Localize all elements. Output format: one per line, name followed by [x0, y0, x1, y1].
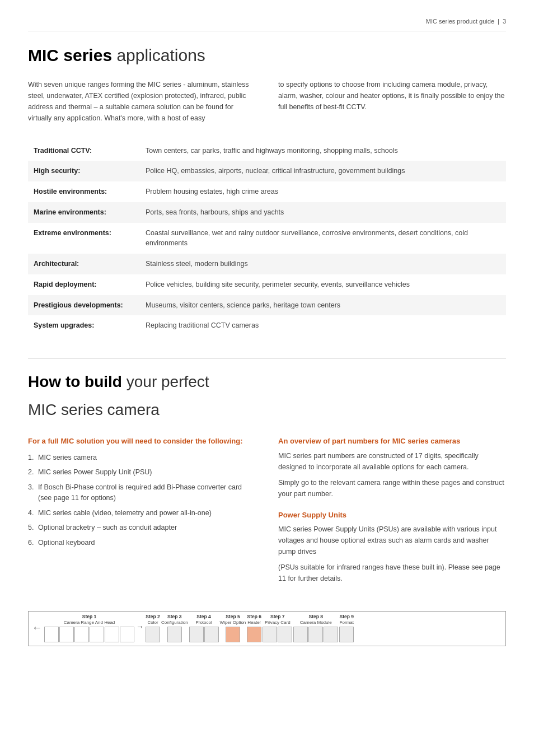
arrow-left-icon: ← [32, 620, 42, 636]
diagram-outer: ← Step 1 Camera Range And Head [28, 611, 506, 646]
app-label: System upgrades: [28, 315, 140, 336]
left-list: MIC series cameraMIC series Power Supply… [28, 452, 256, 548]
header-product: MIC series product guide [426, 17, 494, 26]
right-block-2: Power Supply Units MIC series Power Supp… [278, 510, 506, 585]
right-para-2b: (PSUs suitable for infrared ranges have … [278, 562, 506, 584]
list-item: MIC series cable (video, telemetry and p… [28, 508, 256, 519]
step8-boxes [293, 627, 338, 642]
right-para-1a: MIC series part numbers are constructed … [278, 450, 506, 473]
app-label: Extreme environments: [28, 223, 140, 254]
list-item: Optional bracketry – such as conduit ada… [28, 522, 256, 533]
table-row: Hostile environments:Problem housing est… [28, 181, 506, 202]
app-desc: Replacing traditional CCTV cameras [140, 315, 506, 336]
step6-box-1 [247, 627, 261, 642]
diagram-step-1: Step 1 Camera Range And Head [44, 614, 134, 642]
right-para-1b: Simply go to the relevant camera range w… [278, 477, 506, 500]
intro-left: With seven unique ranges forming the MIC… [28, 79, 256, 124]
step1-box-2 [59, 627, 74, 642]
diagram-step-8: Step 8 Camera Module [293, 614, 338, 642]
intro-right: to specify options to choose from includ… [278, 79, 506, 124]
step4-boxes [189, 627, 219, 642]
list-item: MIC series Power Supply Unit (PSU) [28, 467, 256, 478]
app-label: Prestigious developments: [28, 295, 140, 316]
app-desc: Town centers, car parks, traffic and hig… [140, 141, 506, 161]
table-row: Marine environments:Ports, sea fronts, h… [28, 202, 506, 223]
app-label: Marine environments: [28, 202, 140, 223]
step3-box-1 [167, 627, 182, 642]
left-heading: For a full MIC solution you will need to… [28, 436, 256, 447]
table-row: High security:Police HQ, embassies, airp… [28, 161, 506, 181]
header-separator: | [498, 17, 499, 26]
step6-boxes [247, 627, 261, 642]
diagram-step-4: Step 4 Protocol [189, 614, 219, 642]
how-to-build-title: How to build your perfect MIC series cam… [28, 370, 506, 422]
right-para-2a: MIC series Power Supply Units (PSUs) are… [278, 524, 506, 557]
right-heading-1: An overview of part numbers for MIC seri… [278, 436, 506, 447]
step7-box-1 [263, 627, 277, 642]
step5-box-1 [226, 627, 240, 642]
section-title: How to build your perfect [28, 370, 506, 394]
table-row: Prestigious developments:Museums, visito… [28, 295, 506, 316]
step9-boxes [339, 627, 354, 642]
app-desc: Stainless steel, modern buildings [140, 254, 506, 274]
diagram-steps: Step 1 Camera Range And Head → [44, 614, 502, 642]
page: MIC series product guide | 3 MIC series … [0, 0, 534, 756]
step2-boxes [146, 627, 160, 642]
part-number-diagram: ← Step 1 Camera Range And Head [28, 611, 506, 646]
header-page: 3 [503, 17, 506, 26]
section-subtitle: MIC series camera [28, 398, 506, 422]
table-row: Rapid deployment:Police vehicles, buildi… [28, 274, 506, 295]
step7-box-2 [278, 627, 292, 642]
section-divider [28, 358, 506, 359]
table-row: Extreme environments:Coastal surveillanc… [28, 223, 506, 254]
app-label: Architectural: [28, 254, 140, 274]
app-label: Hostile environments: [28, 181, 140, 202]
app-label: Rapid deployment: [28, 274, 140, 295]
step9-box-1 [339, 627, 354, 642]
step3-boxes [167, 627, 182, 642]
step1-boxes [44, 627, 134, 642]
htb-regular: your perfect [127, 373, 209, 390]
diagram-step-2: Step 2 Color [146, 614, 160, 642]
list-item: If Bosch Bi-Phase control is required ad… [28, 482, 256, 503]
page-title: MIC series applications [28, 43, 506, 68]
header-bar: MIC series product guide | 3 [28, 17, 506, 31]
intro-section: With seven unique ranges forming the MIC… [28, 79, 506, 124]
app-desc: Ports, sea fronts, harbours, ships and y… [140, 202, 506, 223]
table-row: Architectural:Stainless steel, modern bu… [28, 254, 506, 274]
step1-box-4 [90, 627, 104, 642]
title-bold: MIC series [28, 46, 112, 64]
app-desc: Coastal surveillance, wet and rainy outd… [140, 223, 506, 254]
app-desc: Museums, visitor centers, science parks,… [140, 295, 506, 316]
diagram-step-5: Step 5 Wiper Option [220, 614, 246, 642]
step8-box-1 [293, 627, 308, 642]
step4-box-1 [189, 627, 204, 642]
list-item: MIC series camera [28, 452, 256, 463]
left-column: For a full MIC solution you will need to… [28, 436, 256, 594]
step1-box-3 [74, 627, 89, 642]
list-item: Optional keyboard [28, 538, 256, 548]
app-label: High security: [28, 161, 140, 181]
applications-table: Traditional CCTV:Town centers, car parks… [28, 141, 506, 337]
app-desc: Problem housing estates, high crime area… [140, 181, 506, 202]
step8-box-2 [308, 627, 323, 642]
table-row: System upgrades:Replacing traditional CC… [28, 315, 506, 336]
diagram-step-6: Step 6 Heater [247, 614, 261, 642]
app-label: Traditional CCTV: [28, 141, 140, 161]
right-heading-2: Power Supply Units [278, 510, 506, 521]
diagram-step-3: Step 3 Configuration [161, 614, 188, 642]
right-column: An overview of part numbers for MIC seri… [278, 436, 506, 594]
diagram-step-9: Step 9 Format [339, 614, 354, 642]
step7-boxes [263, 627, 292, 642]
step1-box-1 [44, 627, 59, 642]
step2-box-1 [146, 627, 160, 642]
app-desc: Police vehicles, building site security,… [140, 274, 506, 295]
app-desc: Police HQ, embassies, airports, nuclear,… [140, 161, 506, 181]
diagram-step-7: Step 7 Privacy Card [263, 614, 292, 642]
htb-bold: How to build [28, 373, 122, 390]
step1-box-5 [105, 627, 119, 642]
right-block-1: An overview of part numbers for MIC seri… [278, 436, 506, 500]
step1-box-6 [120, 627, 134, 642]
title-regular: applications [112, 46, 205, 64]
step8-box-3 [324, 627, 338, 642]
